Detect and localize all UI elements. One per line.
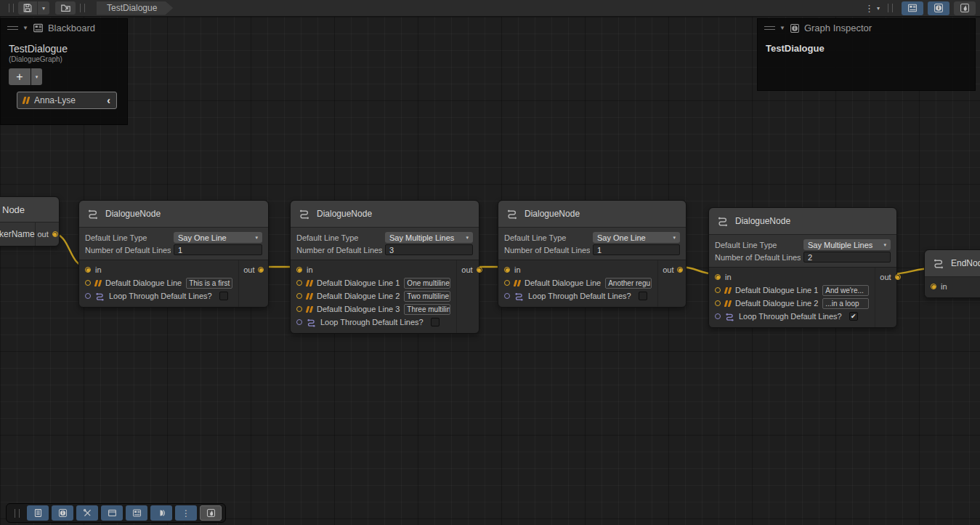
loop-port[interactable] <box>504 293 510 299</box>
line-type-label: Default Line Type <box>504 233 590 242</box>
toolbar-drag-handle[interactable] <box>9 4 14 12</box>
node-title-bar[interactable]: DialogueNode <box>291 201 479 227</box>
panel-drag-handle-icon[interactable] <box>764 26 775 30</box>
quote-icon <box>725 287 731 294</box>
node-title-bar[interactable]: Node <box>0 197 59 222</box>
blackboard-panel[interactable]: ▼ Blackboard TestDialogue (DialogueGraph… <box>0 18 128 125</box>
blackboard-button[interactable] <box>126 505 147 521</box>
node-title-bar[interactable]: DialogueNode <box>709 208 896 234</box>
save-dropdown-button[interactable]: ▾ <box>38 1 49 15</box>
toolbar-drag-handle[interactable] <box>15 509 20 518</box>
spark-toggle-button[interactable] <box>954 1 976 15</box>
loop-label: Loop Through Default Lines? <box>528 292 631 300</box>
dialogue-line-port[interactable] <box>296 293 302 299</box>
in-port[interactable] <box>85 267 91 273</box>
spark-button[interactable] <box>200 505 222 521</box>
node-title-bar[interactable]: DialogueNode <box>79 201 268 227</box>
inspector-toggle-button[interactable] <box>928 1 949 15</box>
line-type-dropdown[interactable]: Say One Line▾ <box>174 232 262 243</box>
dialogue-line-port[interactable] <box>715 300 721 306</box>
num-lines-field[interactable]: 2 <box>803 252 891 262</box>
toolbar-drag-handle[interactable] <box>80 4 85 12</box>
inspector-info-button[interactable] <box>52 505 73 521</box>
dialogue-node[interactable]: DialogueNode Default Line Type Say Multi… <box>708 207 897 328</box>
dialogue-node[interactable]: DialogueNode Default Line Type Say One L… <box>78 200 269 308</box>
loop-port[interactable] <box>85 293 91 299</box>
window-icon <box>108 508 117 518</box>
graph-canvas[interactable]: Node kerName out DialogueNode Default Li… <box>0 17 980 525</box>
dialogue-node[interactable]: DialogueNode Default Line Type Say Multi… <box>290 200 479 334</box>
collapse-arrow-icon[interactable]: ▼ <box>23 25 28 31</box>
out-port[interactable] <box>477 267 482 273</box>
window-panel-button[interactable] <box>101 505 123 521</box>
field-name: Anna-Lyse <box>34 95 102 105</box>
dialogue-line-field[interactable]: One multiline <box>404 278 450 289</box>
num-lines-field[interactable]: 1 <box>174 244 262 255</box>
out-port[interactable] <box>258 267 264 273</box>
kebab-icon: ⋮ <box>182 508 190 518</box>
out-port-label: out <box>37 230 48 239</box>
graph-inspector-header[interactable]: ▼ Graph Inspector <box>758 19 975 37</box>
dialogue-line-port[interactable] <box>715 287 721 293</box>
line-type-dropdown[interactable]: Say Multiple Lines▾ <box>385 232 473 243</box>
dialogue-line-port[interactable] <box>504 280 510 286</box>
out-port[interactable] <box>677 267 683 273</box>
panel-drag-handle-icon[interactable] <box>7 26 18 30</box>
loop-checkbox[interactable] <box>431 318 440 326</box>
in-port[interactable] <box>296 267 302 273</box>
dialogue-line-field[interactable]: Another regu <box>605 278 652 289</box>
preview-icon <box>157 508 166 518</box>
dialogue-line-port[interactable] <box>296 306 302 312</box>
dialogue-line-field[interactable]: This is a first <box>186 278 232 289</box>
dialogue-line-field[interactable]: And we're... <box>822 285 869 296</box>
collapse-arrow-icon[interactable]: ▼ <box>779 25 785 31</box>
in-port[interactable] <box>715 274 721 280</box>
out-port[interactable] <box>895 274 901 280</box>
node-title-bar[interactable]: EndNode <box>925 250 980 276</box>
blackboard-header[interactable]: ▼ Blackboard <box>1 19 127 37</box>
end-node[interactable]: EndNode in <box>924 249 980 298</box>
num-lines-field[interactable]: 3 <box>385 244 473 255</box>
loop-checkbox[interactable] <box>639 292 647 300</box>
save-button[interactable] <box>18 1 37 15</box>
toolbar-drag-handle[interactable] <box>888 4 893 12</box>
line-type-dropdown[interactable]: Say Multiple Lines▾ <box>803 239 891 250</box>
graph-inspector-panel[interactable]: ▼ Graph Inspector TestDialogue <box>757 18 976 91</box>
preview-button[interactable] <box>150 505 172 521</box>
line-type-dropdown[interactable]: Say One Line▾ <box>593 232 680 243</box>
tools-icon <box>83 508 92 518</box>
loop-port[interactable] <box>296 319 302 325</box>
loop-checkbox[interactable]: ✔ <box>849 312 858 321</box>
blackboard-toggle-button[interactable] <box>902 1 923 15</box>
blackboard-field-anna-lyse[interactable]: Anna-Lyse ‹ <box>17 92 117 109</box>
num-lines-field[interactable]: 1 <box>593 244 680 255</box>
node-icon <box>506 208 518 220</box>
add-property-dropdown-button[interactable]: ▾ <box>31 68 42 85</box>
dialogue-line-field[interactable]: Three multilin <box>404 304 450 315</box>
tab-testdialogue[interactable]: TestDialogue <box>97 1 173 15</box>
in-port[interactable] <box>504 267 510 273</box>
node-title-bar[interactable]: DialogueNode <box>498 201 686 227</box>
overflow-menu-button[interactable]: ⋮ ▾ <box>861 1 883 15</box>
dialogue-line-port[interactable] <box>296 280 302 286</box>
content-list-button[interactable] <box>27 505 49 521</box>
loop-port[interactable] <box>715 313 721 319</box>
more-options-button[interactable]: ⋮ <box>175 505 197 521</box>
open-asset-button[interactable] <box>55 1 76 15</box>
dialogue-node[interactable]: DialogueNode Default Line Type Say One L… <box>498 200 687 308</box>
collapse-chevron-icon[interactable]: ‹ <box>107 95 110 106</box>
in-port-label: in <box>941 282 947 291</box>
node-title: DialogueNode <box>105 209 161 219</box>
node-icon <box>717 215 729 227</box>
tools-button[interactable] <box>76 505 98 521</box>
quote-icon <box>307 280 312 286</box>
quote-icon <box>95 280 101 286</box>
in-port[interactable] <box>931 284 936 289</box>
out-port[interactable] <box>52 231 58 237</box>
dialogue-line-port[interactable] <box>85 280 91 286</box>
dialogue-line-field[interactable]: Two multiline <box>404 291 450 302</box>
add-property-button[interactable]: + <box>9 68 31 85</box>
clipped-speaker-node[interactable]: Node kerName out <box>0 196 60 247</box>
dialogue-line-field[interactable]: ...in a loop <box>822 298 869 309</box>
loop-checkbox[interactable] <box>219 292 228 300</box>
